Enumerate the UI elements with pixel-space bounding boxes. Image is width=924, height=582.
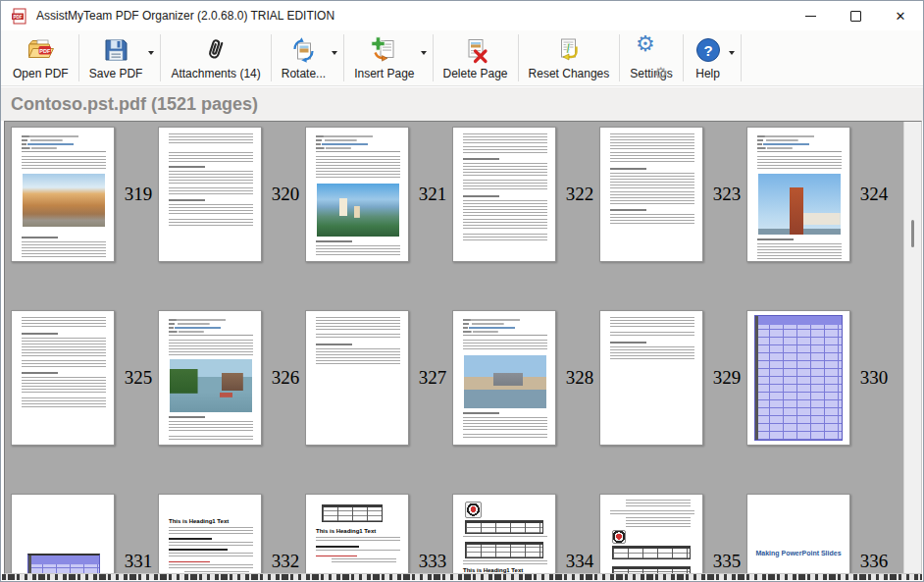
insert-page-dropdown-arrow-icon[interactable] (421, 51, 427, 55)
toolbar: PDF Open PDF Save PDF Att (1, 30, 923, 86)
page-cell: 321 (305, 127, 452, 310)
page-thumbnail-325[interactable] (11, 310, 115, 446)
rotate-label: Rotate... (282, 67, 326, 80)
page-thumbnail-321[interactable] (305, 127, 409, 262)
svg-text:PDF: PDF (13, 14, 22, 19)
svg-text:?: ? (703, 42, 712, 59)
page-cell: 323 (599, 127, 746, 310)
page-cell: This is Heading1 Text333 (305, 494, 452, 573)
toolbar-separator (741, 34, 742, 81)
pdf-app-icon: PDF (11, 8, 27, 25)
page-number: 335 (707, 494, 746, 573)
page-cell: 326 (158, 310, 305, 494)
close-icon: ✕ (896, 10, 906, 23)
toolbar-separator (619, 34, 620, 81)
minimize-button[interactable] (788, 1, 833, 30)
page-thumbnail-330[interactable] (746, 310, 850, 446)
page-number: 319 (119, 127, 158, 262)
page-thumbnail-335[interactable] (599, 494, 703, 573)
page-number: 323 (707, 127, 746, 262)
toolbar-separator (343, 34, 344, 81)
scrollbar-thumb[interactable] (911, 220, 914, 247)
page-cell: 327 (305, 310, 452, 494)
delete-page-label: Delete Page (443, 67, 508, 80)
page-number: 332 (266, 494, 305, 573)
page-grid: 319320321322323324325326327328329330331T… (5, 122, 903, 573)
page-number: 322 (560, 127, 599, 262)
settings-icon: ⚙⚙ (637, 35, 666, 65)
attachments-button[interactable]: Attachments (14) (163, 30, 268, 85)
page-thumbnail-323[interactable] (599, 127, 703, 262)
page-number: 333 (413, 494, 452, 573)
page-cell: This is Heading1 Text332 (158, 494, 305, 573)
page-number: 329 (707, 310, 746, 446)
open-pdf-label: Open PDF (13, 67, 69, 80)
help-icon: ? (693, 35, 723, 65)
reset-changes-label: Reset Changes (529, 67, 610, 80)
close-button[interactable]: ✕ (878, 1, 923, 30)
maximize-icon (850, 11, 861, 22)
save-pdf-button[interactable]: Save PDF (81, 30, 159, 85)
page-thumbnail-326[interactable] (158, 310, 262, 446)
svg-text:1: 1 (564, 41, 571, 56)
page-number: 326 (266, 310, 305, 446)
rotate-button[interactable]: Rotate... (274, 30, 341, 85)
page-number: 328 (560, 310, 599, 446)
page-cell: Making PowerPoint Slides336 (746, 494, 894, 573)
page-thumbnail-332[interactable]: This is Heading1 Text (158, 494, 262, 573)
page-thumbnail-329[interactable] (599, 310, 703, 446)
page-number: 330 (854, 310, 894, 446)
help-button[interactable]: ? Help (686, 30, 739, 85)
maximize-button[interactable] (833, 1, 878, 30)
insert-page-icon (370, 35, 399, 65)
delete-page-icon (461, 35, 490, 65)
help-dropdown-arrow-icon[interactable] (729, 51, 735, 55)
toolbar-separator (433, 34, 434, 81)
page-thumbnail-328[interactable] (452, 310, 556, 446)
save-pdf-icon (101, 35, 130, 65)
rotate-dropdown-arrow-icon[interactable] (332, 51, 337, 55)
page-thumbnail-320[interactable] (158, 127, 262, 262)
page-cell: 329 (599, 310, 746, 494)
attachments-icon (201, 35, 231, 65)
page-thumbnail-324[interactable] (746, 127, 850, 262)
page-cell: 325 (11, 310, 158, 494)
thumbnails-panel: 319320321322323324325326327328329330331T… (4, 121, 922, 574)
reset-changes-button[interactable]: 1 Reset Changes (521, 30, 618, 85)
page-thumbnail-334[interactable]: This is Heading1 Text (452, 494, 556, 573)
insert-page-button[interactable]: Insert Page (346, 30, 430, 85)
page-cell: 320 (158, 127, 305, 310)
page-cell: 331 (11, 494, 158, 573)
page-thumbnail-336[interactable]: Making PowerPoint Slides (746, 494, 850, 573)
page-thumbnail-331[interactable] (11, 494, 115, 573)
page-number: 327 (413, 310, 452, 446)
document-title: Contoso.pst.pdf (1521 pages) (11, 94, 258, 115)
page-thumbnail-322[interactable] (452, 127, 556, 262)
page-thumbnail-333[interactable]: This is Heading1 Text (305, 494, 409, 573)
app-window: PDF AssistMyTeam PDF Organizer (2.0.68.0… (0, 0, 924, 582)
open-pdf-button[interactable]: PDF Open PDF (5, 30, 77, 85)
vertical-scrollbar[interactable] (903, 122, 921, 573)
document-header: Contoso.pst.pdf (1521 pages) (1, 87, 923, 121)
save-pdf-dropdown-arrow-icon[interactable] (148, 51, 154, 55)
toolbar-separator (271, 34, 272, 81)
delete-page-button[interactable]: Delete Page (436, 30, 516, 85)
window-title: AssistMyTeam PDF Organizer (2.0.68.0) TR… (36, 9, 334, 23)
page-number: 320 (266, 127, 305, 262)
toolbar-separator (160, 34, 161, 81)
page-number: 331 (119, 494, 158, 573)
page-cell: 322 (452, 127, 599, 310)
slide-title: Making PowerPoint Slides (751, 550, 846, 557)
page-thumbnail-319[interactable] (11, 127, 115, 262)
insert-page-label: Insert Page (354, 67, 414, 80)
page-number: 321 (413, 127, 452, 262)
help-label: Help (695, 67, 720, 80)
page-number: 325 (119, 310, 158, 446)
svg-text:PDF: PDF (40, 48, 52, 54)
page-thumbnail-327[interactable] (305, 310, 409, 446)
minimize-icon (805, 16, 816, 17)
page-cell: 330 (746, 310, 894, 494)
page-cell: 335 (599, 494, 746, 573)
page-cell: 328 (452, 310, 599, 494)
settings-button[interactable]: ⚙⚙ Settings (622, 30, 680, 85)
